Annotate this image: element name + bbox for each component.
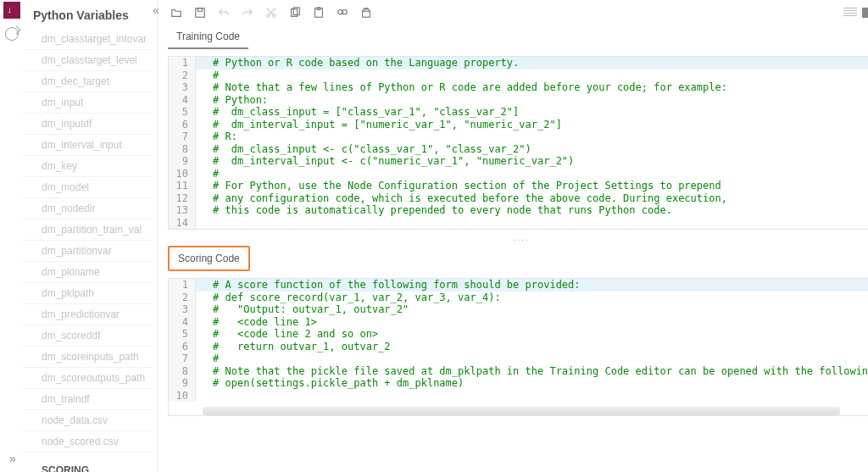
variable-item[interactable]: dm_pklname: [23, 262, 153, 283]
line-number: 14: [169, 217, 196, 230]
code-line[interactable]: 8# Note that the pickle file saved at dm…: [169, 365, 868, 378]
line-number: 3: [169, 303, 196, 316]
code-line[interactable]: 6# return outvar_1, outvar_2: [169, 341, 868, 353]
code-line[interactable]: 3# "Output: outvar_1, outvar_2": [169, 303, 868, 316]
refresh-icon[interactable]: [5, 27, 19, 41]
svg-rect-1: [198, 8, 202, 12]
code-line[interactable]: 13# this code is automatically prepended…: [169, 204, 868, 217]
variable-item[interactable]: dm_pklpath: [23, 283, 153, 304]
code-line[interactable]: 4# <code line 1>: [169, 316, 868, 329]
clear-icon[interactable]: [358, 4, 375, 21]
toolbar: «: [158, 0, 868, 25]
code-line[interactable]: 10: [169, 390, 868, 403]
code-text: # Python:: [196, 94, 268, 107]
svg-rect-0: [196, 8, 205, 18]
line-number: 11: [169, 180, 196, 192]
variable-item[interactable]: dm_classtarget_level: [23, 50, 153, 71]
undo-icon[interactable]: [215, 4, 232, 21]
find-icon[interactable]: [334, 4, 351, 21]
pane-splitter[interactable]: ....: [158, 230, 868, 246]
line-number: 10: [169, 168, 196, 180]
code-line[interactable]: 5# dm_class_input = ["class_var_1", "cla…: [169, 106, 868, 119]
code-text: # dm_interval_input = ["numeric_var_1", …: [196, 119, 562, 131]
horizontal-scrollbar[interactable]: [203, 407, 840, 415]
left-iconbar: »: [0, 0, 23, 472]
variable-item[interactable]: dm_predictionvar: [23, 304, 153, 325]
code-text: # dm_class_input = ["class_var_1", "clas…: [196, 106, 519, 119]
line-number: 4: [169, 94, 196, 107]
code-line[interactable]: 1# Python or R code based on the Languag…: [169, 57, 868, 69]
scoring-section-header: SCORING: [23, 453, 153, 472]
code-line[interactable]: 10#: [169, 168, 868, 180]
code-line[interactable]: 2#: [169, 69, 868, 82]
variable-item[interactable]: dm_input: [23, 92, 153, 114]
variable-item[interactable]: dm_nodedir: [23, 198, 153, 219]
line-number: 9: [169, 155, 196, 168]
code-line[interactable]: 1# A score function of the following for…: [169, 279, 868, 292]
expand-sidebar-button[interactable]: »: [9, 452, 14, 465]
code-line[interactable]: 11# For Python, use the Node Configurati…: [169, 180, 868, 192]
open-icon[interactable]: [168, 4, 185, 21]
download-icon[interactable]: [3, 2, 20, 19]
code-line[interactable]: 3# Note that a few lines of Python or R …: [169, 81, 868, 94]
variable-item[interactable]: dm_scoreinputs_path: [23, 347, 153, 368]
line-number: 5: [169, 328, 196, 341]
view-columns-icon[interactable]: [862, 8, 868, 18]
variable-item[interactable]: node_scored.csv: [23, 431, 153, 453]
tab-scoring[interactable]: Scoring Code: [168, 246, 250, 271]
code-line[interactable]: 2# def score_record(var_1, var_2, var_3,…: [169, 292, 868, 304]
code-text: #: [196, 168, 219, 180]
code-text: # Note that the pickle file saved at dm_…: [196, 365, 868, 378]
svg-point-9: [342, 10, 347, 14]
variable-item[interactable]: dm_scoreoutputs_path: [23, 368, 153, 389]
code-line[interactable]: 9# dm_interval_input <- c("numeric_var_1…: [169, 155, 868, 168]
variable-item[interactable]: dm_partitionvar: [23, 241, 153, 262]
save-icon[interactable]: [192, 4, 209, 21]
line-number: 5: [169, 106, 196, 119]
variable-item[interactable]: dm_interval_input: [23, 135, 153, 156]
collapse-sidebar-button[interactable]: «: [153, 3, 157, 17]
paste-icon[interactable]: [310, 4, 327, 21]
code-text: [196, 390, 213, 403]
tab-training[interactable]: Training Code: [168, 25, 248, 49]
copy-icon[interactable]: [287, 4, 303, 21]
code-text: # open(settings.pickle_path + dm_pklname…: [196, 377, 464, 390]
line-number: 3: [169, 81, 196, 94]
code-text: # <code line 1>: [196, 316, 317, 329]
variable-item[interactable]: dm_scoreddf: [23, 325, 153, 347]
variable-item[interactable]: dm_dec_target: [23, 71, 153, 92]
variable-item[interactable]: node_data.csv: [23, 410, 153, 431]
cut-icon[interactable]: [263, 4, 280, 21]
code-line[interactable]: 8# dm_class_input <- c("class_var_1", "c…: [169, 143, 868, 156]
variable-item[interactable]: dm_model: [23, 177, 153, 198]
variable-item[interactable]: dm_traindf: [23, 389, 153, 410]
code-line[interactable]: 9# open(settings.pickle_path + dm_pklnam…: [169, 377, 868, 390]
code-text: # <code line 2 and so on>: [196, 328, 378, 341]
line-number: 7: [169, 353, 196, 365]
svg-rect-10: [363, 11, 370, 17]
training-code-editor[interactable]: 1# Python or R code based on the Languag…: [169, 57, 868, 229]
code-text: [196, 217, 213, 230]
code-text: # any configuration code, which is execu…: [196, 192, 727, 205]
scoring-code-editor[interactable]: 1# A score function of the following for…: [169, 279, 868, 402]
variable-item[interactable]: dm_key: [23, 156, 153, 177]
variable-item[interactable]: dm_partition_train_val: [23, 219, 153, 241]
code-line[interactable]: 5# <code line 2 and so on>: [169, 328, 868, 341]
code-line[interactable]: 12# any configuration code, which is exe…: [169, 192, 868, 205]
variable-list[interactable]: dm_classtarget_intovardm_classtarget_lev…: [23, 29, 157, 472]
code-text: # "Output: outvar_1, outvar_2": [196, 303, 409, 316]
code-line[interactable]: 4# Python:: [169, 94, 868, 107]
code-line[interactable]: 7#: [169, 353, 868, 365]
variable-item[interactable]: dm_inputdf: [23, 114, 153, 135]
line-number: 8: [169, 365, 196, 378]
code-line[interactable]: 14: [169, 217, 868, 230]
redo-icon[interactable]: [239, 4, 256, 21]
variable-item[interactable]: dm_classtarget_intovar: [23, 29, 153, 50]
code-text: # def score_record(var_1, var_2, var_3, …: [196, 292, 501, 304]
code-line[interactable]: 7# R:: [169, 130, 868, 143]
sidebar: Python Variables dm_classtarget_intovard…: [23, 0, 157, 472]
view-list-icon[interactable]: [843, 8, 857, 18]
code-line[interactable]: 6# dm_interval_input = ["numeric_var_1",…: [169, 119, 868, 131]
line-number: 9: [169, 377, 196, 390]
line-number: 7: [169, 130, 196, 143]
